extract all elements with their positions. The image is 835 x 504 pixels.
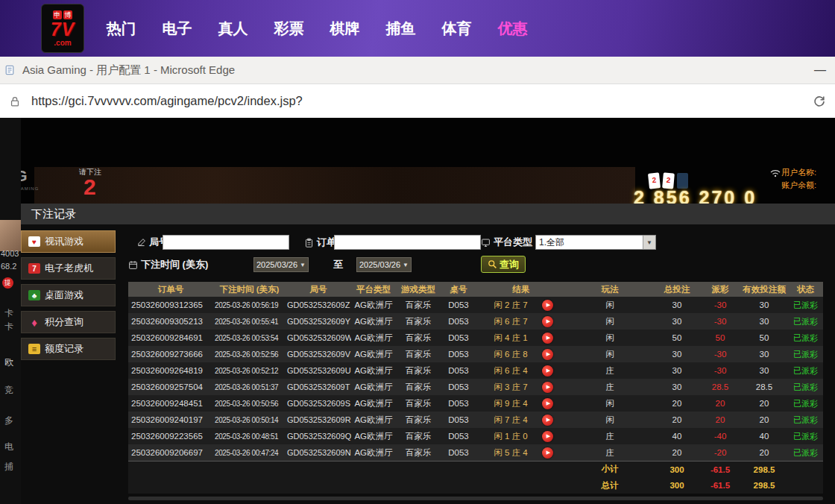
cell-platform: AG欧洲厅 <box>351 365 396 377</box>
cell-valid-bet: 30 <box>740 300 788 309</box>
platform-type-value: 1.全部 <box>536 236 643 249</box>
cell-total-bet: 50 <box>654 333 700 342</box>
wifi-icon <box>769 168 781 177</box>
platform-type-select[interactable]: 1.全部 ▼ <box>535 235 656 250</box>
cell-order-number: 250326009206697 <box>128 448 213 457</box>
sidebar-item-video-games[interactable]: ♥ 视讯游戏 <box>21 230 116 253</box>
credit-record-icon: ≡ <box>28 344 40 354</box>
left-menu-fragment: 多 <box>4 415 13 427</box>
subtotal-payout: -61.5 <box>700 465 740 474</box>
cell-table-number: D053 <box>441 366 476 375</box>
cell-round-number: GD0532532609Y <box>286 317 351 326</box>
cell-game-type: 百家乐 <box>396 431 441 442</box>
col-header-order-number: 订单号 <box>128 284 213 295</box>
cell-platform: AG欧洲厅 <box>351 398 396 409</box>
cell-round-number: GD0532532609R <box>286 415 351 424</box>
cell-round-number: GD0532532609U <box>286 366 351 375</box>
replay-video-button[interactable]: ▶ <box>542 447 553 459</box>
replay-video-button[interactable]: ▶ <box>542 333 553 344</box>
replay-video-button[interactable]: ▶ <box>542 300 553 311</box>
bet-record-row: 250326009305213 2025-03-26 00:55:41 GD05… <box>128 313 823 330</box>
round-number-input[interactable] <box>163 235 289 250</box>
lock-icon[interactable] <box>9 95 21 107</box>
sidebar-item-credit-records[interactable]: ≡ 额度记录 <box>21 338 116 360</box>
replay-video-button[interactable]: ▶ <box>542 398 553 409</box>
balance-label: 账户余额: <box>781 180 816 191</box>
cell-platform: AG欧洲厅 <box>351 431 396 442</box>
browser-url-bar: https://gci.7vvvvvv.com/agingame/pcv2/in… <box>0 84 835 118</box>
cell-game-type: 百家乐 <box>396 382 441 393</box>
left-menu-fragment: 卡 <box>4 307 13 320</box>
nav-item-promotions[interactable]: 优惠 <box>485 0 541 57</box>
cell-game-type: 百家乐 <box>396 447 441 459</box>
cell-round-number: GD0532532609V <box>286 350 351 359</box>
sidebar-item-slot-machines[interactable]: 7 电子老虎机 <box>21 257 116 280</box>
logo-brand: 7V <box>51 19 75 40</box>
cell-play-type: 庄 <box>566 382 654 393</box>
nav-item-live[interactable]: 真人 <box>205 0 261 57</box>
nav-item-lottery[interactable]: 彩票 <box>261 0 317 57</box>
cell-table-number: D053 <box>441 317 476 326</box>
cell-bet-time: 2025-03-26 00:53:54 <box>213 334 286 342</box>
panel-sidebar: ♥ 视讯游戏 7 电子老虎机 ♣ 桌面游戏 ♦ 积分查询 ≡ 额度记录 <box>21 230 116 365</box>
cell-play-type: 庄 <box>566 365 654 377</box>
nav-item-slots[interactable]: 电子 <box>149 0 205 57</box>
date-to-picker[interactable]: 2025/03/26 ▼ <box>356 257 412 272</box>
replay-video-button[interactable]: ▶ <box>542 382 553 393</box>
site-logo[interactable]: 申 博 7V .com <box>41 4 84 53</box>
col-header-platform: 平台类型 <box>351 284 396 295</box>
col-header-table-number: 桌号 <box>441 284 476 295</box>
calendar-icon <box>128 260 138 270</box>
replay-video-button[interactable]: ▶ <box>542 316 553 327</box>
cell-payout: -40 <box>700 432 740 441</box>
replay-video-button[interactable]: ▶ <box>542 349 553 360</box>
replay-video-button[interactable]: ▶ <box>542 431 553 442</box>
nav-item-hot[interactable]: 热门 <box>93 0 149 57</box>
cell-platform: AG欧洲厅 <box>351 349 396 360</box>
sidebar-item-points-query[interactable]: ♦ 积分查询 <box>21 311 116 333</box>
col-header-payout: 派彩 <box>700 284 740 295</box>
cell-valid-bet: 40 <box>740 432 788 441</box>
refresh-icon[interactable] <box>813 95 826 108</box>
cell-valid-bet: 30 <box>740 350 788 359</box>
search-button[interactable]: 查询 <box>481 256 526 273</box>
horizontal-scrollbar[interactable] <box>128 497 823 500</box>
cell-result: 闲 3 庄 7 ▶ <box>476 382 566 393</box>
nav-item-board-games[interactable]: 棋牌 <box>317 0 373 57</box>
chevron-down-icon[interactable]: ▼ <box>643 236 655 249</box>
cell-game-type: 百家乐 <box>396 365 441 377</box>
replay-video-button[interactable]: ▶ <box>542 365 553 377</box>
sidebar-item-label: 额度记录 <box>45 342 84 356</box>
result-score: 闲 6 庄 8 <box>489 349 532 360</box>
nav-item-sports[interactable]: 体育 <box>429 0 485 57</box>
result-score: 闲 5 庄 4 <box>489 447 532 459</box>
col-header-bet-time: 下注时间 (美东) <box>213 284 286 295</box>
date-from-picker[interactable]: 2025/03/26 ▼ <box>253 257 309 272</box>
replay-video-button[interactable]: ▶ <box>542 415 553 426</box>
cell-order-number: 250326009284691 <box>128 333 213 342</box>
minimize-button[interactable]: — <box>805 63 835 77</box>
cell-bet-time: 2025-03-26 00:52:12 <box>213 367 286 375</box>
cell-table-number: D053 <box>441 382 476 391</box>
cell-status-badge: 已派彩 <box>788 415 823 426</box>
chevron-down-icon: ▼ <box>403 262 409 268</box>
left-menu-fragment: 竞 <box>4 384 13 397</box>
cell-bet-time: 2025-03-26 00:50:14 <box>213 416 286 424</box>
search-button-label: 查询 <box>500 258 519 271</box>
address-bar[interactable]: https://gci.7vvvvvv.com/agingame/pcv2/in… <box>31 94 303 108</box>
order-number-input[interactable] <box>334 235 481 250</box>
cell-payout: 20 <box>700 415 740 424</box>
total-label: 总计 <box>566 480 654 491</box>
cell-status-badge: 已派彩 <box>788 431 823 442</box>
subtotal-valid-bet: 298.5 <box>740 465 788 474</box>
username-label: 用户名称: <box>781 167 816 178</box>
nav-item-fishing[interactable]: 捕鱼 <box>373 0 429 57</box>
cell-game-type: 百家乐 <box>396 300 441 311</box>
cell-platform: AG欧洲厅 <box>351 300 396 311</box>
cell-order-number: 250326009257504 <box>128 382 213 391</box>
sidebar-item-table-games[interactable]: ♣ 桌面游戏 <box>21 284 116 306</box>
cell-order-number: 250326009240197 <box>128 415 213 424</box>
logo-suffix: .com <box>54 40 71 47</box>
bet-time-label: 下注时间 (美东) <box>128 257 208 272</box>
cell-table-number: D053 <box>441 448 476 457</box>
